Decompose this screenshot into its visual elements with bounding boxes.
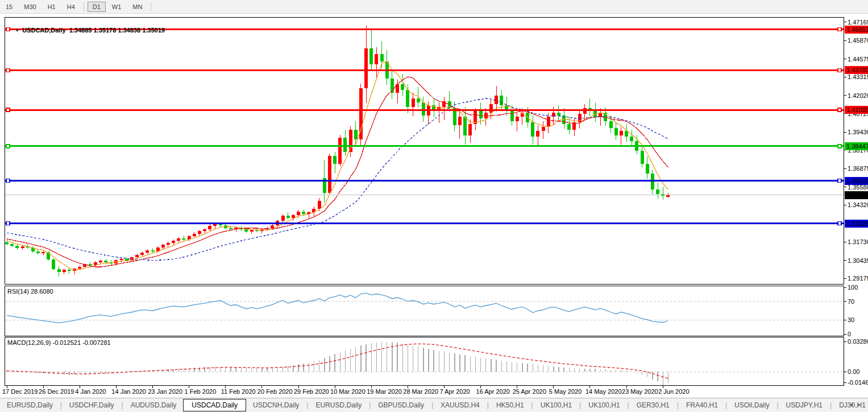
- tab-separator: |: [487, 401, 489, 409]
- svg-text:1.43315: 1.43315: [848, 73, 868, 80]
- svg-text:1.33026: 1.33026: [846, 220, 868, 227]
- timeframe-toolbar: 15M30H1H4D1W1MN: [0, 0, 868, 14]
- svg-text:1.45870: 1.45870: [848, 37, 868, 44]
- tab-scroll-right-icon[interactable]: ►: [857, 402, 865, 407]
- svg-text:11 Feb 2020: 11 Feb 2020: [221, 388, 256, 395]
- chart-tab-5-eurusd-daily[interactable]: EURUSD,Daily: [309, 399, 368, 411]
- chart-tab-4-usdcnh-daily[interactable]: USDCNH,Daily: [246, 399, 306, 411]
- svg-text:0.00: 0.00: [848, 368, 859, 375]
- timeframe-button-h1[interactable]: H1: [43, 2, 61, 12]
- svg-text:23 May 2020: 23 May 2020: [622, 388, 658, 395]
- chart-tab-bar: EURUSD,Daily|USDCHF,Daily|AUDUSD,DailyUS…: [0, 398, 868, 412]
- svg-text:1.36875: 1.36875: [848, 165, 868, 172]
- rsi-indicator-label: RSI(14) 28.6080: [7, 288, 53, 295]
- chart-tab-2-audusd-daily[interactable]: AUDUSD,Daily: [124, 399, 184, 411]
- svg-text:100: 100: [848, 284, 858, 291]
- chart-tab-7-xauusd-h4[interactable]: XAUUSD,H4: [434, 399, 487, 411]
- svg-text:1.39430: 1.39430: [848, 129, 868, 135]
- svg-text:2 Jun 2020: 2 Jun 2020: [658, 388, 689, 395]
- svg-text:19 Mar 2020: 19 Mar 2020: [367, 388, 402, 395]
- svg-text:1 Feb 2020: 1 Feb 2020: [185, 388, 217, 395]
- svg-text:1.31730: 1.31730: [848, 238, 868, 245]
- tab-separator: |: [725, 401, 727, 409]
- toolbar-separator: [151, 2, 151, 11]
- svg-text:0.032807: 0.032807: [848, 338, 868, 345]
- macd-indicator-label: MACD(12,26,9) -0.012521 -0.007281: [7, 339, 111, 346]
- tab-separator: |: [677, 401, 679, 409]
- tab-separator: |: [628, 401, 629, 409]
- svg-text:30: 30: [848, 316, 854, 323]
- svg-text:26 Dec 2019: 26 Dec 2019: [39, 388, 74, 395]
- tab-scroll-nav: ◄►: [849, 402, 865, 407]
- svg-text:23 Jan 2020: 23 Jan 2020: [148, 388, 182, 395]
- svg-text:-0.01467: -0.01467: [848, 379, 868, 386]
- chart-title: ▼USDCAD,Daily 1.34885 1.35178 1.34838 1.…: [8, 20, 165, 40]
- chart-tab-13-usoil-daily[interactable]: USOil,Daily: [728, 399, 776, 411]
- svg-text:16 Apr 2020: 16 Apr 2020: [476, 388, 510, 395]
- chart-tab-8-hk50-h1[interactable]: HK50,H1: [489, 399, 531, 411]
- tab-separator: |: [776, 401, 778, 409]
- tab-scroll-left-icon[interactable]: ◄: [849, 402, 857, 407]
- timeframe-button-w1[interactable]: W1: [107, 2, 127, 12]
- trading-terminal: 15M30H1H4D1W1MN 1.471651.458701.445751.4…: [0, 0, 868, 412]
- tab-separator: |: [431, 401, 433, 409]
- chart-tab-1-usdchf-daily[interactable]: USDCHF,Daily: [63, 399, 121, 411]
- svg-text:1.30435: 1.30435: [848, 257, 868, 264]
- tab-separator: |: [306, 401, 308, 409]
- svg-text:1.35019: 1.35019: [846, 192, 868, 199]
- svg-text:25 Apr 2020: 25 Apr 2020: [513, 388, 546, 395]
- svg-text:28 Mar 2020: 28 Mar 2020: [403, 388, 438, 395]
- chart-dropdown-icon[interactable]: ▼: [15, 28, 19, 33]
- svg-text:1.38447: 1.38447: [846, 143, 868, 150]
- svg-text:4 Jan 2020: 4 Jan 2020: [75, 388, 106, 395]
- svg-text:1.46651: 1.46651: [846, 26, 868, 33]
- svg-text:1.29175: 1.29175: [848, 275, 868, 282]
- svg-text:20 Feb 2020: 20 Feb 2020: [258, 388, 293, 395]
- chart-tab-12-fra40-h1[interactable]: FRA40,H1: [679, 399, 725, 411]
- svg-text:29 Feb 2020: 29 Feb 2020: [294, 388, 329, 395]
- timeframe-button-mn[interactable]: MN: [127, 2, 147, 12]
- timeframe-button-d1[interactable]: D1: [88, 2, 106, 12]
- chart-tab-9-uk100-h1[interactable]: UK100,H1: [534, 399, 579, 411]
- svg-text:14 Jan 2020: 14 Jan 2020: [111, 388, 146, 395]
- svg-text:7 Apr 2020: 7 Apr 2020: [439, 388, 470, 395]
- svg-text:10 Mar 2020: 10 Mar 2020: [330, 388, 366, 395]
- tab-separator: |: [579, 401, 581, 409]
- svg-text:1.41000: 1.41000: [846, 106, 868, 113]
- tab-separator: |: [369, 401, 371, 409]
- svg-text:70: 70: [848, 298, 854, 305]
- chart-tab-3-usdcad-daily[interactable]: USDCAD,Daily: [183, 399, 246, 411]
- chart-tab-14-usdjpy-h1[interactable]: USDJPY,H1: [779, 399, 829, 411]
- tab-separator: |: [830, 401, 832, 409]
- chart-tab-6-gbpusd-daily[interactable]: GBPUSD,Daily: [371, 399, 431, 411]
- svg-text:1.43780: 1.43780: [846, 67, 868, 73]
- svg-text:1.36029: 1.36029: [846, 178, 868, 184]
- chart-tab-10-uk100-h1[interactable]: UK100,H1: [582, 399, 626, 411]
- chart-symbol-label: USDCAD,Daily: [22, 27, 65, 34]
- tab-separator: |: [122, 401, 123, 409]
- svg-text:0: 0: [848, 331, 851, 337]
- svg-text:5 May 2020: 5 May 2020: [549, 388, 582, 395]
- svg-text:1.42020: 1.42020: [848, 92, 868, 99]
- svg-text:1.47165: 1.47165: [848, 19, 868, 26]
- price-chart-canvas[interactable]: 1.471651.458701.445751.433151.420201.407…: [0, 0, 868, 412]
- timeframe-button-m30[interactable]: M30: [19, 2, 41, 12]
- tab-bar-list: EURUSD,Daily|USDCHF,Daily|AUDUSD,DailyUS…: [0, 399, 868, 411]
- svg-text:1.34320: 1.34320: [848, 201, 868, 208]
- timeframe-button-15[interactable]: 15: [1, 2, 18, 12]
- svg-text:14 May 2020: 14 May 2020: [585, 388, 622, 395]
- toolbar-separator: [84, 2, 84, 11]
- svg-text:17 Dec 2019: 17 Dec 2019: [2, 388, 38, 395]
- tab-separator: |: [60, 401, 62, 409]
- svg-text:1.44575: 1.44575: [848, 56, 868, 63]
- timeframe-button-h4[interactable]: H4: [62, 2, 80, 12]
- chart-tab-11-ger30-h1[interactable]: GER30,H1: [630, 399, 676, 411]
- chart-tab-0-eurusd-daily[interactable]: EURUSD,Daily: [0, 399, 60, 411]
- chart-ohlc-values: 1.34885 1.35178 1.34838 1.35019: [69, 27, 165, 34]
- tab-separator: |: [531, 401, 533, 409]
